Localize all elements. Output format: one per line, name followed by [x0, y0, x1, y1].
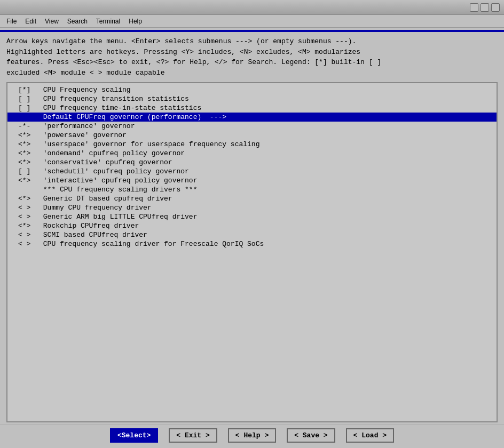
help-line: excluded <M> module < > module capable — [6, 68, 498, 78]
titlebar — [0, 0, 504, 15]
menu-row[interactable]: <*> Generic DT based cpufreq driver — [7, 194, 497, 203]
menu-row[interactable]: -*- 'performance' governor — [7, 122, 497, 131]
menubar-item-terminal[interactable]: Terminal — [92, 17, 124, 26]
menu-row[interactable]: [*] CPU Frequency scaling — [7, 85, 497, 94]
nav-button-save[interactable]: < Save > — [287, 428, 335, 443]
menu-row[interactable]: <*> Rockchip CPUfreq driver — [7, 221, 497, 230]
nav-button-exit[interactable]: < Exit > — [169, 428, 217, 443]
nav-button-load[interactable]: < Load > — [346, 428, 394, 443]
nav-button-select[interactable]: <Select> — [110, 428, 158, 443]
menubar-item-edit[interactable]: Edit — [21, 17, 41, 26]
menubar-item-file[interactable]: File — [2, 17, 21, 26]
window-controls[interactable] — [470, 3, 500, 12]
menu-row[interactable]: [ ] CPU frequency time-in-state statisti… — [7, 103, 497, 113]
menu-row[interactable]: < > Dummy CPU frequency driver — [7, 203, 497, 212]
terminal-area: Arrow keys navigate the menu. <Enter> se… — [0, 28, 504, 448]
menubar-item-search[interactable]: Search — [63, 17, 92, 26]
menu-row[interactable]: < > Generic ARM big LITTLE CPUfreq drive… — [7, 212, 497, 221]
nav-button-help[interactable]: < Help > — [228, 428, 276, 443]
menu-box[interactable]: [*] CPU Frequency scaling[ ] CPU frequen… — [6, 82, 498, 422]
close-button[interactable] — [491, 3, 500, 12]
menubar-item-view[interactable]: View — [41, 17, 63, 26]
menu-row[interactable]: Default CPUFreq governor (performance) -… — [7, 113, 497, 122]
menubar-item-help[interactable]: Help — [124, 17, 146, 26]
menu-row[interactable]: <*> 'userspace' governor for userspace f… — [7, 140, 497, 149]
minimize-button[interactable] — [470, 3, 478, 12]
menu-row[interactable]: <*> 'powersave' governor — [7, 131, 497, 140]
menu-row[interactable]: [ ] CPU frequency transition statistics — [7, 94, 497, 103]
help-line: Highlighted letters are hotkeys. Pressin… — [6, 47, 498, 58]
menu-row[interactable]: < > SCMI based CPUfreq driver — [7, 230, 497, 239]
menu-row[interactable]: <*> 'interactive' cpufreq policy governo… — [7, 176, 497, 185]
help-line: features. Press <Esc><Esc> to exit, <?> … — [6, 57, 498, 68]
button-bar: <Select>< Exit >< Help >< Save >< Load > — [0, 425, 504, 446]
help-text: Arrow keys navigate the menu. <Enter> se… — [6, 36, 498, 78]
help-line: Arrow keys navigate the menu. <Enter> se… — [6, 36, 498, 47]
menu-row[interactable]: <*> 'conservative' cpufreq governor — [7, 158, 497, 167]
menu-row[interactable]: *** CPU frequency scaling drivers *** — [7, 185, 497, 194]
menu-row[interactable]: <*> 'ondemand' cpufreq policy governor — [7, 149, 497, 158]
maximize-button[interactable] — [481, 3, 489, 12]
menu-row[interactable]: [ ] 'schedutil' cpufreq policy governor — [7, 167, 497, 176]
menu-row[interactable]: < > CPU frequency scaling driver for Fre… — [7, 239, 497, 249]
content-area: Arrow keys navigate the menu. <Enter> se… — [0, 32, 504, 425]
menubar: FileEditViewSearchTerminalHelp — [0, 15, 504, 28]
